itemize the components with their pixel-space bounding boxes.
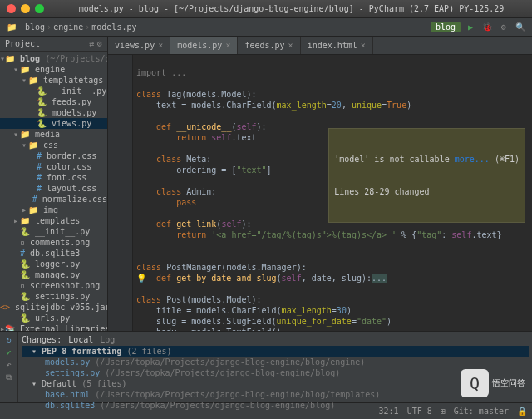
editor-area: views.py×models.py×feeds.py×index.html× … — [108, 37, 532, 331]
changes-tab-log[interactable]: Log — [100, 335, 115, 344]
minimize-window-button[interactable] — [21, 4, 30, 13]
tree-item[interactable]: 🐍 models.py — [0, 107, 107, 118]
insert-mode[interactable]: ⊞ — [441, 407, 446, 416]
close-window-button[interactable] — [7, 4, 16, 13]
tree-item[interactable]: # normalize.css — [0, 194, 107, 205]
watermark-logo-icon: Q — [461, 369, 489, 397]
tooltip-text: 'model' is not callable — [334, 155, 455, 164]
tooltip-more-link[interactable]: more... — [455, 155, 490, 164]
changes-panel: ↻ ✔ ↶ ⧉ Changes: Local Log ▾ PEP 8 forma… — [0, 331, 532, 402]
tree-item[interactable]: # border.css — [0, 150, 107, 161]
tree-item[interactable]: ▾📁 engine — [0, 64, 107, 75]
close-tab-icon[interactable]: × — [288, 41, 293, 50]
titlebar: models.py - blog - [~/Projects/django-bl… — [0, 0, 532, 18]
tree-item[interactable]: ▫ screenshot.png — [0, 280, 107, 291]
project-sidebar: Project ⇄ ⚙ ▾📁 blog (~/Projects/django-b… — [0, 37, 108, 331]
run-config-selector[interactable]: blog — [431, 22, 461, 32]
tree-item[interactable]: 🐍 __init__.py — [0, 226, 107, 237]
tree-item[interactable]: ▾📁 media — [0, 129, 107, 140]
tree-item[interactable]: # font.css — [0, 172, 107, 183]
breadcrumb[interactable]: blog›engine›models.py — [25, 22, 136, 32]
tree-item[interactable]: 🐍 settings.py — [0, 291, 107, 302]
editor-gutter[interactable] — [108, 55, 133, 331]
change-file[interactable]: models.py (/Users/topka/Projects/django-… — [22, 357, 529, 367]
changelist-default[interactable]: ▾ Default (5 files) — [22, 378, 529, 389]
sidebar-title: Project — [5, 39, 40, 48]
change-file[interactable]: settings.py (/Users/topka/Projects/djang… — [22, 367, 529, 378]
editor-tabs: views.py×models.py×feeds.py×index.html× — [108, 37, 532, 55]
toolbar: 📁 blog›engine›models.py blog ▶ 🐞 ⚙ 🔍 — [0, 18, 532, 37]
changes-tab-label: Changes: — [22, 335, 62, 344]
folder-icon: 📁 — [5, 21, 18, 34]
close-tab-icon[interactable]: × — [225, 41, 230, 50]
editor-tab[interactable]: views.py× — [108, 37, 170, 54]
zoom-window-button[interactable] — [35, 4, 44, 13]
breadcrumb-project[interactable]: blog — [25, 22, 45, 32]
project-tool-header[interactable]: Project ⇄ ⚙ — [0, 37, 107, 52]
tree-item[interactable]: ▸📁 img — [0, 205, 107, 215]
intention-bulb-icon[interactable]: 💡 — [136, 274, 146, 283]
changes-toolbar: ↻ ✔ ↶ ⧉ — [0, 332, 18, 402]
gear-icon[interactable]: ⚙ — [97, 39, 102, 48]
tree-item[interactable]: # color.css — [0, 161, 107, 172]
watermark-text: 悟空问答 — [492, 377, 525, 389]
tooltip-shortcut: (⌘F1) — [495, 155, 520, 164]
tree-item[interactable]: 🐍 feeds.py — [0, 96, 107, 107]
rollback-icon[interactable]: ↶ — [6, 360, 11, 369]
close-tab-icon[interactable]: × — [158, 41, 163, 50]
inspection-tooltip[interactable]: 'model' is not callable more... (⌘F1) Li… — [328, 128, 525, 223]
git-branch[interactable]: Git: master — [454, 407, 509, 416]
editor-tab[interactable]: index.html× — [301, 37, 373, 54]
external-libraries[interactable]: ▸📚 External Libraries — [0, 323, 107, 331]
diff-icon[interactable]: ⧉ — [6, 372, 12, 382]
breadcrumb-file[interactable]: models.py — [91, 22, 136, 32]
tree-item[interactable]: 🐍 manage.py — [0, 269, 107, 280]
tree-item[interactable]: <> sqlitejdbc-v056.jar — [0, 302, 107, 313]
tree-item[interactable]: ▾📁 templatetags — [0, 75, 107, 86]
change-file[interactable]: base.html (/Users/topka/Projects/django-… — [22, 389, 529, 400]
editor-tab[interactable]: models.py× — [170, 37, 238, 54]
tree-item[interactable]: # db.sqlite3 — [0, 248, 107, 259]
changes-tab-local[interactable]: Local — [68, 335, 93, 344]
changes-tabs: Changes: Local Log — [22, 333, 529, 346]
editor-tab[interactable]: feeds.py× — [238, 37, 300, 54]
project-tree[interactable]: ▾📁 blog (~/Projects/django-blog ▾📁 engin… — [0, 52, 107, 331]
encoding-selector[interactable]: UTF-8 — [407, 407, 432, 416]
tree-item[interactable]: ▫ comments.png — [0, 237, 107, 248]
debug-icon[interactable]: 🐞 — [480, 21, 494, 34]
settings-icon[interactable]: ⚙ — [497, 21, 510, 34]
changelist-pep8[interactable]: ▾ PEP 8 formatting (2 files) — [22, 346, 529, 357]
tree-item[interactable]: 🐍 __init__.py — [0, 86, 107, 96]
close-tab-icon[interactable]: × — [361, 41, 366, 50]
window-title: models.py - blog - [~/Projects/django-bl… — [51, 4, 532, 13]
collapse-icon[interactable]: ⇄ — [89, 39, 94, 48]
tree-item[interactable]: ▾📁 css — [0, 140, 107, 150]
tooltip-line2: Lines 28-29 changed — [334, 186, 520, 197]
lock-icon[interactable]: 🔒 — [517, 407, 527, 416]
tree-item[interactable]: 🐍 urls.py — [0, 313, 107, 323]
tree-root[interactable]: ▾📁 blog (~/Projects/django-blog — [0, 53, 107, 64]
run-icon[interactable]: ▶ — [464, 21, 477, 34]
tree-item[interactable]: 🐍 views.py — [0, 118, 107, 129]
window-controls — [0, 4, 51, 13]
commit-icon[interactable]: ✔ — [6, 348, 11, 357]
tree-item[interactable]: # layout.css — [0, 183, 107, 194]
watermark: Q 悟空问答 — [461, 369, 525, 397]
cursor-position[interactable]: 32:1 — [379, 407, 399, 416]
tree-item[interactable]: ▸📁 templates — [0, 215, 107, 226]
refresh-icon[interactable]: ↻ — [6, 335, 11, 344]
search-icon[interactable]: 🔍 — [514, 21, 527, 34]
tree-item[interactable]: 🐍 logger.py — [0, 259, 107, 269]
code-editor[interactable]: import ... class Tag(models.Model): text… — [133, 55, 532, 331]
breadcrumb-module[interactable]: engine — [53, 22, 83, 32]
